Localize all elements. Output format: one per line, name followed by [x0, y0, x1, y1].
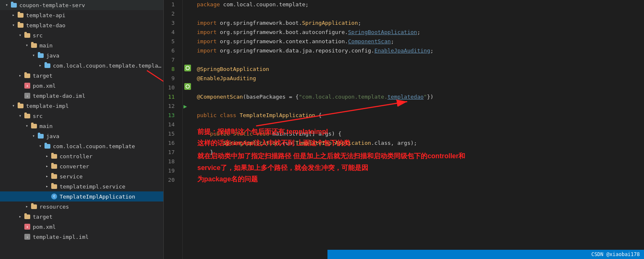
folder-icon-controller — [50, 153, 58, 160]
code-lines: package com.local.coupon.template; impor… — [193, 0, 644, 259]
folder-icon-root — [10, 2, 18, 8]
tree-item-main-dao[interactable]: main — [0, 40, 163, 50]
arrow-root — [3, 2, 10, 8]
tree-item-pom-dao[interactable]: X pom.xml — [0, 81, 163, 91]
tree-item-templateimpl-app[interactable]: C TemplateImplApplication — [0, 191, 163, 201]
arrow-pkg-dao — [37, 62, 44, 69]
code-line-18 — [197, 157, 644, 166]
line-num-14: 14 — [164, 120, 178, 129]
tree-label-target-impl: target — [33, 214, 163, 220]
arrow-main-dao — [24, 42, 30, 49]
tree-label-main-impl: main — [39, 123, 163, 129]
arrow-resources — [24, 203, 30, 210]
tree-item-converter[interactable]: converter — [0, 161, 163, 171]
arrow-target-impl — [17, 213, 24, 220]
tree-item-java-dao[interactable]: java — [0, 50, 163, 60]
tree-label-java-impl: java — [46, 133, 163, 139]
tree-item-template-dao[interactable]: template-dao — [0, 20, 163, 30]
tree-item-target-impl[interactable]: target — [0, 212, 163, 222]
code-line-10 — [197, 83, 644, 92]
arrow-target-dao — [17, 72, 24, 79]
arrow-controller — [44, 153, 50, 160]
code-line-12 — [197, 102, 644, 111]
gutter-run-13[interactable]: ▶ — [183, 102, 187, 111]
code-editor-panel: 1 2 3 4 5 6 7 8 9 10 11 12 13 14 15 16 1… — [164, 0, 644, 259]
xml-icon-pom-impl: X — [24, 223, 31, 230]
tree-label-templateimpl-app: TemplateImplApplication — [60, 194, 163, 200]
tree-item-pom-impl[interactable]: X pom.xml — [0, 222, 163, 232]
arrow-src-impl — [17, 112, 24, 119]
status-bar: CSDN @xiaobai178 — [327, 250, 644, 259]
tree-item-controller[interactable]: controller — [0, 151, 163, 161]
code-line-2 — [197, 9, 644, 18]
tree-label-resources: resources — [39, 204, 163, 210]
tree-item-src-dao[interactable]: src — [0, 30, 163, 40]
arrow-pkg-impl — [37, 143, 44, 149]
line-num-20: 20 — [164, 175, 178, 185]
folder-icon-src-dao — [24, 32, 31, 39]
tree-item-iml-dao[interactable]: i template-dao.iml — [0, 91, 163, 101]
line-num-18: 18 — [164, 157, 178, 166]
line-num-17: 17 — [164, 148, 178, 157]
tree-item-templateimpl-service[interactable]: templateimpl.service — [0, 181, 163, 191]
tree-label-template-impl: template-impl — [26, 103, 163, 109]
tree-label-pkg-dao: com.local.coupon.template.templatedao — [53, 63, 163, 69]
folder-icon-template-api — [17, 12, 24, 18]
code-line-13: public class TemplateImplApplication { — [197, 111, 644, 120]
tree-label-controller: controller — [60, 153, 163, 160]
line-num-9: 9 — [164, 74, 178, 83]
tree-label-template-dao: template-dao — [26, 22, 163, 29]
tree-item-main-impl[interactable]: main — [0, 121, 163, 131]
tree-item-iml-impl[interactable]: i template-impl.iml — [0, 232, 163, 242]
arrow-converter — [44, 163, 50, 170]
gutter-spring-8 — [184, 65, 191, 71]
line-num-11: 11 — [164, 92, 178, 102]
gutter-spring-11 — [184, 83, 191, 90]
line-num-12: 12 — [164, 102, 178, 111]
line-num-13: 13 — [164, 111, 178, 120]
tree-item-pkg-dao[interactable]: com.local.coupon.template.templatedao — [0, 60, 163, 71]
file-tree-panel: coupon-template-serv template-api templa… — [0, 0, 164, 259]
line-num-15: 15 — [164, 129, 178, 139]
tree-label-java-dao: java — [46, 52, 163, 59]
folder-icon-target-dao — [24, 72, 31, 79]
tree-label-root: coupon-template-serv — [19, 2, 163, 8]
folder-icon-java-dao — [37, 52, 45, 59]
folder-icon-service — [50, 173, 58, 180]
arrow-java-dao — [30, 52, 37, 59]
line-num-1: 1 — [164, 0, 178, 9]
folder-icon-templateimpl-service — [50, 183, 58, 190]
iml-icon-impl: i — [24, 233, 31, 240]
line-num-19: 19 — [164, 166, 178, 175]
code-line-7 — [197, 55, 644, 65]
tree-item-src-impl[interactable]: src — [0, 111, 163, 121]
tree-label-pom-impl: pom.xml — [33, 224, 163, 230]
tree-item-resources[interactable]: resources — [0, 201, 163, 212]
folder-icon-src-impl — [24, 112, 31, 119]
line-numbers: 1 2 3 4 5 6 7 8 9 10 11 12 13 14 15 16 1… — [164, 0, 183, 259]
tree-item-target-dao[interactable]: target — [0, 71, 163, 81]
tree-item-pkg-impl[interactable]: com.local.coupon.template — [0, 141, 163, 151]
tree-item-service[interactable]: service — [0, 171, 163, 181]
code-line-4: import org.springframework.boot.autoconf… — [197, 28, 644, 37]
arrow-service — [44, 173, 50, 180]
line-num-10: 10 — [164, 83, 178, 92]
code-line-5: import org.springframework.context.annot… — [197, 37, 644, 46]
package-icon-dao — [44, 62, 51, 69]
code-line-16: SpringApplication.run(TemplateImplApplic… — [197, 139, 644, 148]
code-line-17: } — [197, 148, 644, 157]
folder-icon-converter — [50, 163, 58, 170]
tree-item-root[interactable]: coupon-template-serv — [0, 0, 163, 10]
tree-item-template-impl[interactable]: template-impl — [0, 101, 163, 111]
arrow-template-impl — [10, 102, 17, 109]
tree-item-java-impl[interactable]: java — [0, 131, 163, 141]
code-line-9: @EnableJpaAuditing — [197, 74, 644, 83]
tree-label-target-dao: target — [33, 73, 163, 79]
tree-item-template-api[interactable]: template-api — [0, 10, 163, 20]
code-line-11: @ComponentScan(basePackages = {"com.loca… — [197, 92, 644, 102]
code-line-3: import org.springframework.boot.SpringAp… — [197, 18, 644, 28]
java-icon-templateimpl-app: C — [50, 193, 58, 200]
line-num-5: 5 — [164, 37, 178, 46]
tree-label-pkg-impl: com.local.coupon.template — [53, 143, 163, 149]
folder-icon-main-dao — [30, 42, 38, 49]
